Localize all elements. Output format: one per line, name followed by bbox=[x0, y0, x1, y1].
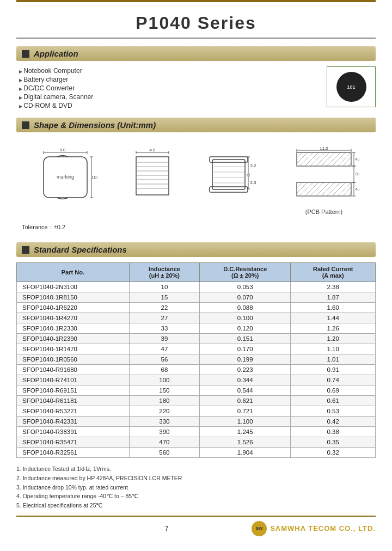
top-view-svg: 9.0 10.0 marking bbox=[33, 146, 98, 206]
table-row: SFOP1040-R325615601.9040.32 bbox=[17, 448, 376, 458]
svg-text:3.2: 3.2 bbox=[250, 163, 256, 168]
svg-text:10.0: 10.0 bbox=[91, 175, 98, 180]
table-cell: 0.223 bbox=[200, 365, 291, 375]
table-cell: 0.344 bbox=[200, 375, 291, 385]
front-view-svg: 3.2 2.3 bbox=[207, 146, 256, 206]
diagram-front-view: 3.2 2.3 bbox=[207, 146, 256, 206]
svg-text:marking: marking bbox=[57, 174, 74, 180]
table-cell: 1.01 bbox=[291, 354, 376, 365]
table-cell: SFOP1040-R38391 bbox=[17, 427, 130, 437]
table-cell: SFOP1040-1R6220 bbox=[17, 303, 130, 313]
svg-line-43 bbox=[297, 152, 308, 163]
table-cell: 0.170 bbox=[200, 344, 291, 354]
footer-page-number: 7 bbox=[82, 524, 252, 532]
title-underline bbox=[16, 38, 376, 39]
table-cell: 0.621 bbox=[200, 396, 291, 406]
table-cell: 68 bbox=[129, 365, 199, 375]
table-cell: 100 bbox=[129, 375, 199, 385]
svg-line-65 bbox=[299, 182, 313, 196]
svg-line-70 bbox=[327, 182, 340, 196]
component-image-box: 101 bbox=[327, 66, 376, 107]
table-cell: 1.20 bbox=[291, 334, 376, 344]
note-item: 2. Inductance measured by HP 4284A, PREC… bbox=[16, 474, 376, 483]
table-row: SFOP1040-R611811800.6210.61 bbox=[17, 396, 376, 406]
notes-section: 1. Inductance Tested at 1kHz, 1Vrms.2. I… bbox=[16, 464, 376, 510]
specs-table-body: SFOP1040-2N3100100.0532.38SFOP1040-1R815… bbox=[17, 282, 376, 458]
svg-line-74 bbox=[348, 192, 351, 196]
svg-line-47 bbox=[316, 152, 329, 166]
page-title: P1040 Series bbox=[16, 8, 376, 38]
svg-text:3.0: 3.0 bbox=[355, 172, 359, 176]
table-cell: 390 bbox=[129, 427, 199, 437]
specs-section-icon bbox=[22, 246, 29, 254]
table-cell: 1.60 bbox=[291, 303, 376, 313]
specs-section-bar: Standard Specifications bbox=[16, 242, 376, 257]
svg-text:4.0: 4.0 bbox=[355, 187, 359, 192]
table-row: SFOP1040-R691511500.5440.69 bbox=[17, 385, 376, 396]
svg-line-44 bbox=[299, 152, 313, 166]
table-cell: 0.35 bbox=[291, 437, 376, 448]
table-cell: 33 bbox=[129, 323, 199, 334]
footer-logo-icon: SW bbox=[252, 521, 267, 536]
note-item: 3. Inductance drop 10% typ. at rated cur… bbox=[16, 483, 376, 492]
table-cell: 470 bbox=[129, 437, 199, 448]
table-cell: 1.26 bbox=[291, 323, 376, 334]
table-cell: 15 bbox=[129, 292, 199, 303]
table-cell: SFOP1040-R91680 bbox=[17, 365, 130, 375]
table-row: SFOP1040-R741011000.3440.74 bbox=[17, 375, 376, 385]
table-cell: SFOP1040-1R2390 bbox=[17, 334, 130, 344]
table-cell: 0.53 bbox=[291, 406, 376, 417]
diagram-top-view: 9.0 10.0 marking bbox=[33, 146, 98, 206]
component-circle: 101 bbox=[336, 72, 366, 102]
table-cell: 1.44 bbox=[291, 313, 376, 323]
dimensions-section-title: Shape & Dimensions (Unit:mm) bbox=[34, 120, 156, 130]
svg-line-45 bbox=[305, 152, 318, 166]
table-cell: 0.32 bbox=[291, 448, 376, 458]
svg-text:2.3: 2.3 bbox=[250, 180, 256, 185]
app-list-item: CD-ROM & DVD bbox=[19, 101, 321, 110]
svg-rect-62 bbox=[297, 182, 351, 196]
svg-line-42 bbox=[297, 152, 302, 158]
tolerance-text: Tolerance：±0.2 bbox=[22, 223, 65, 231]
table-row: SFOP1040-1R8150150.0701.87 bbox=[17, 292, 376, 303]
table-cell: SFOP1040-1R8150 bbox=[17, 292, 130, 303]
footer-logo-abbr: SW bbox=[256, 526, 263, 531]
table-cell: SFOP1040-1R0560 bbox=[17, 354, 130, 365]
table-cell: 0.100 bbox=[200, 313, 291, 323]
table-cell: 0.199 bbox=[200, 354, 291, 365]
specs-section: Part No. Inductance(uH ± 20%) D.C.Resist… bbox=[16, 262, 376, 458]
table-cell: SFOP1040-R61181 bbox=[17, 396, 130, 406]
svg-line-69 bbox=[321, 182, 335, 196]
table-row: SFOP1040-1R2330330.1201.26 bbox=[17, 323, 376, 334]
specs-table-head: Part No. Inductance(uH ± 20%) D.C.Resist… bbox=[17, 263, 376, 282]
table-cell: SFOP1040-R53221 bbox=[17, 406, 130, 417]
table-cell: SFOP1040-R32561 bbox=[17, 448, 130, 458]
specs-header-row: Part No. Inductance(uH ± 20%) D.C.Resist… bbox=[17, 263, 376, 282]
table-cell: SFOP1040-R42331 bbox=[17, 417, 130, 427]
table-cell: 0.38 bbox=[291, 427, 376, 437]
svg-rect-14 bbox=[136, 157, 169, 195]
table-cell: 0.070 bbox=[200, 292, 291, 303]
app-list-item: Digital camera, Scanner bbox=[19, 93, 321, 101]
table-cell: 0.91 bbox=[291, 365, 376, 375]
app-list-item: Notebook Computer bbox=[19, 66, 321, 75]
footer-logo: SW SAMWHA TECOM CO., LTD. bbox=[252, 521, 376, 536]
pcb-pattern-label: (PCB Pattern) bbox=[305, 209, 342, 215]
table-cell: 1.10 bbox=[291, 344, 376, 354]
table-row: SFOP1040-R383913901.2450.38 bbox=[17, 427, 376, 437]
svg-line-73 bbox=[343, 187, 351, 196]
app-list-item: Battery charger bbox=[19, 75, 321, 84]
table-cell: 56 bbox=[129, 354, 199, 365]
bottom-footer: 7 SW SAMWHA TECOM CO., LTD. bbox=[16, 517, 376, 538]
note-item: 4. Operating temperature range -40℃ to –… bbox=[16, 492, 376, 501]
note-item: 5. Electrical specifications at 25℃ bbox=[16, 501, 376, 510]
svg-line-63 bbox=[297, 182, 302, 188]
table-cell: 560 bbox=[129, 448, 199, 458]
table-cell: 10 bbox=[129, 282, 199, 292]
application-section-icon bbox=[22, 50, 29, 58]
table-cell: 47 bbox=[129, 344, 199, 354]
svg-line-48 bbox=[321, 152, 335, 166]
table-cell: SFOP1040-1R1470 bbox=[17, 344, 130, 354]
application-content: Notebook ComputerBattery chargerDC/DC Co… bbox=[16, 66, 376, 110]
table-cell: SFOP1040-R74101 bbox=[17, 375, 130, 385]
